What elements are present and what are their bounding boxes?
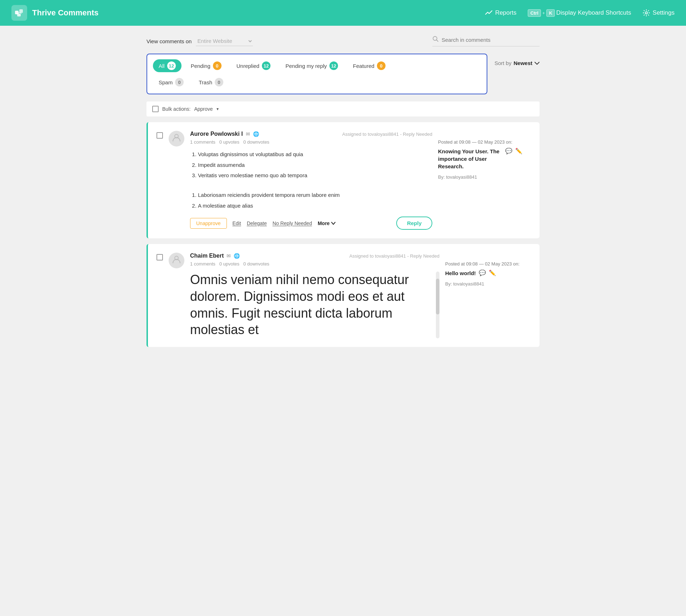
comment-card-inner: Aurore Powlowski I ✉ 🌐 Assigned to toval…	[148, 122, 540, 238]
comment-1-header: Aurore Powlowski I ✉ 🌐 Assigned to toval…	[190, 131, 432, 137]
comment-card-2-inner: Chaim Ebert ✉ 🌐 Assigned to tovaloyasi88…	[148, 244, 540, 347]
view-comments-select[interactable]: Entire Website	[196, 36, 253, 46]
bulk-actions-arrow[interactable]: ▾	[217, 106, 219, 111]
tab-pending-label: Pending	[191, 63, 210, 69]
sort-value: Newest	[513, 60, 532, 66]
comment-2-author: Chaim Ebert	[190, 253, 224, 259]
bulk-actions-label: Bulk actions:	[162, 106, 190, 112]
keyboard-shortcuts-label: Display Keyboard Shortcuts	[556, 9, 631, 16]
tab-pending-my-reply[interactable]: Pending my reply 12	[280, 59, 344, 72]
svg-line-5	[437, 40, 438, 42]
sort-control[interactable]: Sort by Newest	[494, 54, 540, 66]
more-button[interactable]: More	[318, 220, 335, 226]
svg-rect-1	[19, 9, 23, 13]
user-icon	[172, 133, 181, 144]
list-item: A molestiae atque alias	[198, 201, 432, 210]
tab-trash[interactable]: Trash 0	[193, 76, 229, 89]
tab-all-badge: 12	[167, 61, 176, 70]
keyboard-shortcuts-nav[interactable]: Ctrl + K Display Keyboard Shortcuts	[528, 9, 631, 17]
search-input[interactable]	[442, 37, 535, 43]
list-item: Laboriosam reiciendis provident tempora …	[198, 190, 432, 200]
comment-2-avatar	[169, 253, 184, 268]
comment-1-post-by: By: tovaloyasi8841	[438, 174, 522, 180]
comment-1-meta: 1 comments 0 upvotes 0 downvotes	[190, 139, 432, 145]
comment-2-upvotes: 0 upvotes	[219, 261, 239, 267]
settings-nav[interactable]: Settings	[643, 9, 675, 16]
edit-post-icon-2[interactable]: ✏️	[489, 269, 496, 276]
view-comments-section: View comments on Entire Website	[146, 36, 253, 46]
header-left: Thrive Comments	[11, 5, 99, 21]
scrollbar-thumb[interactable]	[436, 279, 439, 314]
tab-all-label: All	[159, 63, 165, 69]
comment-1-checkbox[interactable]	[156, 132, 163, 139]
comment-icon-action[interactable]: 💬	[505, 148, 512, 154]
comment-2-right: Posted at 09:08 — 02 May 2023 on: Hello …	[445, 253, 531, 295]
search-section	[432, 36, 540, 46]
comment-2-downvotes: 0 downvotes	[243, 261, 269, 267]
app-header: Thrive Comments Reports Ctrl + K Display…	[0, 0, 686, 26]
comment-2-posted-time: Posted at 09:08 — 02 May 2023 on:	[445, 261, 522, 267]
comment-1-avatar	[169, 131, 184, 146]
comment-1-right: Posted at 09:08 — 02 May 2023 on: Knowin…	[438, 131, 531, 188]
comment-2-header: Chaim Ebert ✉ 🌐 Assigned to tovaloyasi88…	[190, 253, 439, 259]
reply-button[interactable]: Reply	[396, 217, 432, 230]
comment-2-post-title-row: Hello world! 💬 ✏️	[445, 269, 522, 279]
svg-point-3	[645, 12, 647, 14]
comment-1-post-title-row: Knowing Your User. The importance of Use…	[438, 148, 522, 172]
bulk-select-all-checkbox[interactable]	[152, 106, 159, 112]
user-icon-2	[172, 255, 181, 266]
tab-unreplied-label: Unreplied	[237, 63, 259, 69]
sort-chevron-icon	[535, 61, 540, 65]
comment-2-post-by: By: tovaloyasi8841	[445, 281, 522, 287]
filter-tabs-row1: All 12 Pending 0 Unreplied 12	[153, 59, 481, 72]
main-content: View comments on Entire Website	[139, 26, 547, 363]
comment-1-assigned: Assigned to tovaloyasi8841 - Reply Neede…	[342, 131, 432, 137]
filter-tabs-container: All 12 Pending 0 Unreplied 12	[146, 54, 487, 94]
app-title: Thrive Comments	[32, 8, 99, 18]
comment-2-body-large: Omnis veniam nihil nemo consequatur dolo…	[190, 272, 439, 338]
comment-2-count: 1 comments	[190, 261, 215, 267]
tab-spam[interactable]: Spam 0	[153, 76, 189, 89]
filter-tabs-row2: Spam 0 Trash 0	[153, 76, 481, 89]
comment-1-count: 1 comments	[190, 139, 215, 145]
email-icon: ✉	[246, 131, 250, 137]
filter-and-sort: All 12 Pending 0 Unreplied 12	[146, 54, 540, 101]
tab-unreplied-badge: 12	[262, 61, 270, 70]
more-label: More	[318, 220, 329, 226]
tab-trash-badge: 0	[215, 78, 223, 86]
delegate-button[interactable]: Delegate	[247, 220, 267, 226]
list-item: Voluptas dignissimos ut voluptatibus ad …	[198, 150, 432, 159]
reports-label: Reports	[495, 9, 517, 16]
comment-2-meta: 1 comments 0 upvotes 0 downvotes	[190, 261, 439, 267]
list-item: Veritatis vero molestiae nemo quo ab tem…	[198, 171, 432, 180]
no-reply-needed-button[interactable]: No Reply Needed	[273, 220, 312, 226]
tab-unreplied[interactable]: Unreplied 12	[231, 59, 276, 72]
tab-featured-badge: 0	[377, 61, 386, 70]
list-item: Impedit assumenda	[198, 160, 432, 170]
tab-pending-badge: 0	[213, 61, 222, 70]
tab-featured-label: Featured	[353, 63, 374, 69]
tab-pending[interactable]: Pending 0	[185, 59, 227, 72]
bulk-actions-approve[interactable]: Approve	[194, 106, 213, 112]
comment-card-2: Chaim Ebert ✉ 🌐 Assigned to tovaloyasi88…	[146, 244, 540, 347]
comment-2-checkbox[interactable]	[156, 254, 163, 260]
edit-button[interactable]: Edit	[233, 220, 241, 226]
comment-1-upvotes: 0 upvotes	[219, 139, 239, 145]
unapprove-button[interactable]: Unapprove	[190, 218, 227, 229]
tab-all[interactable]: All 12	[153, 59, 182, 72]
comment-1-actions: Unapprove Edit Delegate No Reply Needed …	[190, 217, 432, 230]
globe-icon: 🌐	[253, 131, 259, 137]
tab-featured[interactable]: Featured 0	[347, 59, 391, 72]
edit-post-icon[interactable]: ✏️	[515, 148, 522, 154]
comment-1-author: Aurore Powlowski I	[190, 131, 243, 137]
svg-rect-2	[17, 14, 21, 16]
comment-1-posted-time: Posted at 09:08 — 02 May 2023 on:	[438, 139, 522, 145]
comment-icon-action-2[interactable]: 💬	[479, 269, 486, 276]
more-chevron-icon	[331, 222, 335, 225]
tab-spam-label: Spam	[159, 79, 173, 85]
tab-spam-badge: 0	[175, 78, 184, 86]
tab-trash-label: Trash	[199, 79, 212, 85]
ctrl-key: Ctrl	[528, 9, 541, 17]
reports-nav[interactable]: Reports	[485, 9, 517, 16]
tab-pending-my-reply-badge: 12	[329, 61, 338, 70]
